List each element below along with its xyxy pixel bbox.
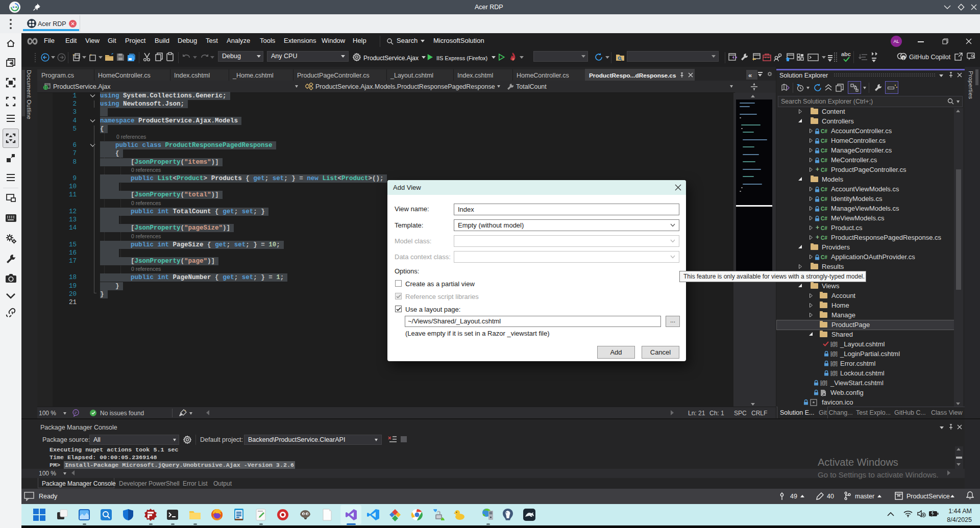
svg-text:!: ! [903, 56, 904, 61]
